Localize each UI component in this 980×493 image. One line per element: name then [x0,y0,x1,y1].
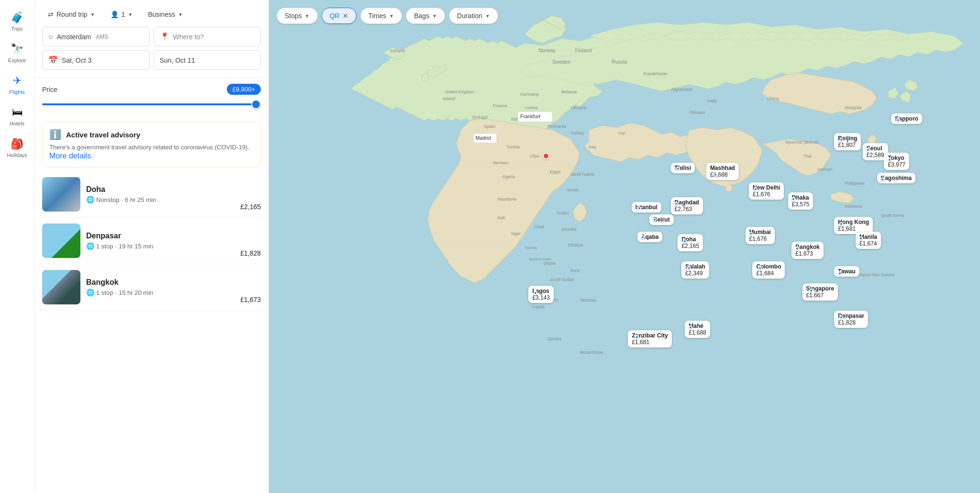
times-chevron: ▼ [389,13,394,19]
svg-text:Kazakhstan: Kazakhstan [644,71,668,76]
price-slider-thumb[interactable] [251,100,261,109]
flight-card-bangkok[interactable]: Bangkok 🌐 1 stop · 15 hr 20 min £1,673 [34,264,268,311]
flight-duration-bangkok: 15 hr 20 min [119,289,153,296]
svg-text:Iraq: Iraq [589,145,596,149]
sidebar-item-explore[interactable]: 🔭 Explore [2,39,33,67]
origin-text: Amsterdam [57,33,91,41]
filter-qr[interactable]: QR ✕ [322,8,356,24]
advisory-text: There's a government travel advisory rel… [49,143,254,152]
map-label-denpasar[interactable]: Denpasar £1,828 [834,311,868,328]
sidebar-hotels-label: Hotels [10,121,24,126]
map-label-colombo[interactable]: Colombo £1,684 [752,261,785,279]
svg-text:Iceland: Iceland [390,48,405,53]
flight-thumb-bangkok [42,270,80,304]
flight-details-doha: 🌐 Nonstop · 6 hr 25 min [86,196,234,203]
flight-dest-doha: Doha [86,185,234,194]
svg-text:France: France [493,103,507,108]
svg-text:United Kingdom: United Kingdom [445,90,474,94]
filter-bar: Stops ▼ QR ✕ Times ▼ Bags ▼ Duration ▼ [277,8,498,24]
flights-icon: ✈ [13,75,22,87]
map-label-mashhad[interactable]: Mashhad £2,688 [706,163,739,180]
map-label-manila[interactable]: Manila £1,674 [856,232,881,249]
price-slider-container[interactable] [42,99,261,110]
map-label-doha[interactable]: Doha £2,165 [678,234,703,251]
filter-stops[interactable]: Stops ▼ [277,8,318,24]
svg-text:Iran: Iran [619,131,626,135]
map-background[interactable]: Russia Belarus Ukraine Germany France Sp… [269,0,980,493]
passengers-chevron: ▼ [128,12,133,17]
sidebar-holidays-label: Holidays [7,152,27,158]
bags-chevron: ▼ [432,13,437,19]
svg-text:Algeria: Algeria [502,174,515,179]
map-label-newdelhi[interactable]: New Delhi £1,676 [749,182,784,200]
flight-dest-denpasar: Denpasar [86,232,234,240]
flight-stops-denpasar: 1 stop [96,243,113,250]
hotels-icon: 🛏 [12,106,22,119]
sidebar-item-hotels[interactable]: 🛏 Hotels [2,102,33,130]
holidays-icon: 🎒 [11,138,23,150]
round-trip-chevron: ▼ [90,12,95,17]
sidebar-trips-label: Trips [11,26,22,32]
map-label-beijing[interactable]: Beijing £1,807 [834,133,861,150]
flight-duration-doha: 6 hr 25 min [125,196,156,203]
svg-text:Pakistan: Pakistan [690,110,705,115]
filter-times[interactable]: Times ▼ [360,8,402,24]
date-from-text: Sat, Oct 3 [62,56,91,64]
passengers-button[interactable]: 👤 1 ▼ [105,8,139,21]
advisory-link[interactable]: More details [49,152,91,160]
svg-text:Norway: Norway [538,47,556,53]
map-label-singapore[interactable]: Singapore £1,667 [802,283,838,301]
times-label: Times [368,12,387,20]
map-label-salalah[interactable]: Salalah £2,349 [681,261,709,279]
map-dot-doha [683,239,687,243]
flight-details-denpasar: 🌐 1 stop · 19 hr 15 min [86,242,234,250]
map-label-dhaka[interactable]: Dhaka £3,575 [788,192,813,210]
sidebar-item-holidays[interactable]: 🎒 Holidays [2,134,33,162]
svg-text:Papua New Guinea: Papua New Guinea [858,272,894,277]
map-label-zanzibar[interactable]: Zanzibar City £1,681 [628,330,671,347]
svg-text:Ethiopia: Ethiopia [568,243,583,247]
map-label-baghdad[interactable]: Baghdad £2,763 [671,197,703,214]
map-label-mahe[interactable]: Mahé £1,688 [685,321,710,338]
map-label-tokyo[interactable]: Tokyo £3,977 [884,153,909,170]
flight-info-denpasar: Denpasar 🌐 1 stop · 19 hr 15 min [86,232,234,250]
sidebar-item-flights[interactable]: ✈ Flights [2,71,33,99]
filter-bags[interactable]: Bags ▼ [406,8,445,24]
date-row: 📅 Sat, Oct 3 Sun, Oct 11 [42,50,261,70]
map-dot-mahe [689,325,692,329]
round-trip-button[interactable]: ⇄ Round trip ▼ [42,8,101,21]
map-label-lagos[interactable]: Lagos £3,143 [528,286,554,303]
class-button[interactable]: Business ▼ [142,8,189,21]
sidebar-flights-label: Flights [9,89,24,95]
svg-text:Russia: Russia [612,59,627,65]
qr-close-icon[interactable]: ✕ [343,12,348,20]
map-label-sapporo[interactable]: Sapporo [891,113,922,124]
round-trip-icon: ⇄ [48,11,54,18]
flight-card-denpasar[interactable]: Denpasar 🌐 1 stop · 19 hr 15 min £1,828 [34,218,268,264]
svg-text:Turkey: Turkey [570,130,584,135]
svg-text:Mauritania: Mauritania [498,197,517,202]
map-dot-mashhad [713,173,717,177]
svg-text:Tunisia: Tunisia [507,145,520,149]
svg-text:Tanzania: Tanzania [579,298,596,303]
date-to-input[interactable]: Sun, Oct 11 [154,50,261,70]
sidebar: 🧳 Trips 🔭 Explore ✈ Flights 🛏 Hotels 🎒 H… [0,0,34,493]
duration-label: Duration [457,12,482,20]
bags-label: Bags [414,12,429,20]
svg-text:India: India [708,99,717,103]
duration-chevron: ▼ [485,13,490,19]
date-from-input[interactable]: 📅 Sat, Oct 3 [42,50,150,70]
flight-card-doha[interactable]: Doha 🌐 Nonstop · 6 hr 25 min £2,165 [34,171,268,218]
filter-duration[interactable]: Duration ▼ [449,8,498,24]
map-label-tbilisi[interactable]: Tbilisi [671,163,695,173]
origin-input[interactable]: ○ Amsterdam AMS [42,27,150,46]
stops-label: Stops [285,12,302,20]
price-slider-track [42,103,261,105]
flight-stops-doha: Nonstop [96,196,119,203]
sidebar-item-trips[interactable]: 🧳 Trips [2,8,33,35]
svg-text:South Sudan: South Sudan [550,277,574,282]
svg-text:Sudan: Sudan [557,211,569,215]
destination-input[interactable]: 📍 Where to? [154,27,261,46]
svg-text:Philippines: Philippines [845,181,865,186]
map-label-istanbul[interactable]: Istanbul [632,202,661,213]
